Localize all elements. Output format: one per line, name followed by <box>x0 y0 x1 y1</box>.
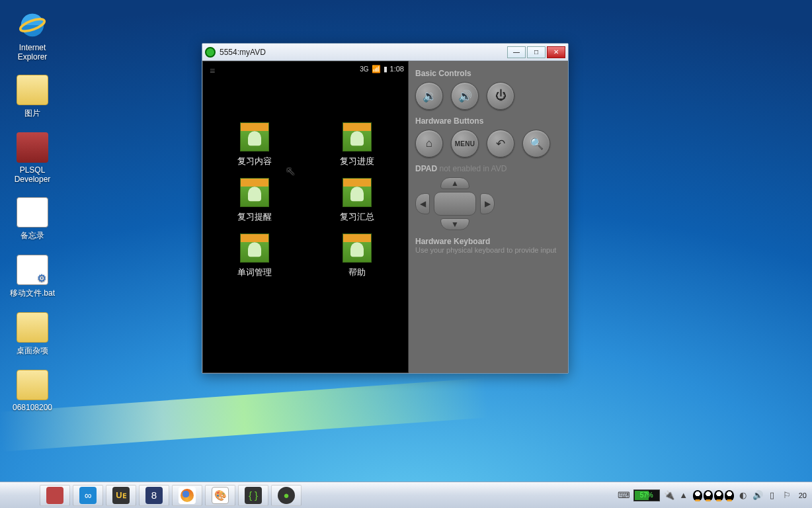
hamburger-icon[interactable]: ≡ <box>210 65 215 76</box>
tray-misc-icon[interactable]: ◐ <box>738 490 749 501</box>
sync-icon: ∞ <box>79 487 97 504</box>
ue-icon: Uᴇ <box>112 487 130 504</box>
qq-tray-icons[interactable] <box>693 490 734 501</box>
hardware-keyboard-sub: Use your physical keyboard to provide in… <box>415 246 561 254</box>
back-button[interactable]: ↶ <box>487 130 514 157</box>
app-review-content[interactable]: 复习内容 <box>216 122 292 167</box>
hardware-buttons-heading: Hardware Buttons <box>415 116 561 126</box>
android-app-icon <box>343 122 372 151</box>
emulator-control-panel: Basic Controls 🔉 🔊 ⏻ Hardware Buttons ⌂ … <box>409 61 568 373</box>
desktop-icon-bat[interactable]: 移动文件.bat <box>7 255 58 299</box>
taskbar-paint[interactable]: 🎨 <box>205 485 235 506</box>
dpad-up[interactable]: ▲ <box>440 177 469 189</box>
taskbar-apps: ∞ Uᴇ 8 🎨 { } ● <box>0 485 302 506</box>
taskbar-firefox[interactable] <box>172 485 202 506</box>
tray-misc-icon[interactable]: ▯ <box>767 490 778 501</box>
qq-icon[interactable] <box>693 490 702 501</box>
taskbar-ultraedit[interactable]: Uᴇ <box>106 485 136 506</box>
desktop-icon-label: 移动文件.bat <box>7 288 58 299</box>
system-tray: ⌨ 57% 🔌 ▲ ◐ 🔊 ▯ ⚐ 20 <box>619 489 812 501</box>
window-titlebar[interactable]: 5554:myAVD — □ ✕ <box>202 44 568 61</box>
android-app-icon <box>343 178 372 207</box>
folder-icon <box>17 75 48 105</box>
android-app-icon <box>343 233 372 263</box>
dpad-heading: DPAD not enabled in AVD <box>415 164 561 173</box>
maximize-button[interactable]: □ <box>527 46 546 58</box>
folder-icon <box>17 370 48 400</box>
minimize-button[interactable]: — <box>507 46 526 58</box>
dpad-right[interactable]: ▶ <box>480 193 495 214</box>
taskbar: ∞ Uᴇ 8 🎨 { } ● ⌨ 57% 🔌 ▲ ◐ 🔊 ▯ ⚐ 20 <box>0 482 812 508</box>
taskbar-ide[interactable]: { } <box>238 485 268 506</box>
qq-icon[interactable] <box>704 490 713 501</box>
android-app-icon <box>240 122 269 151</box>
app-word-manage[interactable]: 单词管理 <box>216 233 292 278</box>
volume-down-button[interactable]: 🔉 <box>415 82 443 110</box>
desktop-icon-label: PLSQL Developer <box>7 165 58 184</box>
desktop-icon-label: Internet Explorer <box>7 43 58 62</box>
menu-button[interactable]: MENU <box>451 130 479 157</box>
keyboard-icon[interactable]: ⌨ <box>619 490 629 501</box>
power-button[interactable]: ⏻ <box>487 82 514 110</box>
desktop-icon-misc[interactable]: 桌面杂项 <box>7 312 58 357</box>
desktop-icon-label: 桌面杂项 <box>7 345 58 357</box>
plug-icon: 🔌 <box>664 490 674 501</box>
taskbar-sync[interactable]: ∞ <box>73 485 103 506</box>
desktop-icon-memo[interactable]: 备忘录 <box>7 197 58 241</box>
android-app-icon <box>240 233 269 263</box>
taskbar-plsql[interactable] <box>40 485 70 506</box>
battery-icon: ▮ <box>384 65 387 73</box>
bat-file-icon <box>17 255 48 285</box>
android-screen[interactable]: ≡ 3G 📶 ▮ 1:08 复习内容 复习进度 复习提醒 复习汇总 单词管理 帮… <box>202 61 409 373</box>
app-review-summary[interactable]: 复习汇总 <box>319 178 395 223</box>
qq-icon[interactable] <box>725 490 734 501</box>
desktop-icon-label: 备忘录 <box>7 230 58 241</box>
dpad: ▲ ▼ ◀ ▶ <box>415 177 495 230</box>
folder-icon <box>17 312 48 343</box>
qq-icon[interactable] <box>714 490 723 501</box>
desktop-icon-plsql[interactable]: PLSQL Developer <box>7 132 58 184</box>
flag-icon[interactable]: ⚐ <box>782 490 792 501</box>
plsql-icon <box>17 132 48 163</box>
braces-icon: { } <box>245 487 262 504</box>
emulator-window: 5554:myAVD — □ ✕ ≡ 3G 📶 ▮ 1:08 复习内容 复习进度… <box>202 43 569 374</box>
ie-icon <box>17 10 48 40</box>
android-statusbar: 3G 📶 ▮ 1:08 <box>203 62 408 76</box>
volume-icon[interactable]: 🔊 <box>752 490 763 501</box>
android-icon: ● <box>278 487 295 504</box>
app-review-reminder[interactable]: 复习提醒 <box>216 178 292 223</box>
basic-controls-heading: Basic Controls <box>415 69 561 78</box>
search-button[interactable]: 🔍 <box>522 130 550 157</box>
battery-indicator[interactable]: 57% <box>633 489 660 501</box>
eight-icon: 8 <box>145 487 163 504</box>
dpad-center[interactable] <box>434 192 476 216</box>
dpad-left[interactable]: ◀ <box>415 193 430 214</box>
note-icon <box>17 197 48 228</box>
volume-up-button[interactable]: 🔊 <box>451 82 479 110</box>
paint-icon: 🎨 <box>212 487 229 504</box>
desktop-icon-pictures[interactable]: 图片 <box>7 75 58 119</box>
app-review-progress[interactable]: 复习进度 <box>319 122 395 167</box>
close-button[interactable]: ✕ <box>547 46 565 58</box>
database-icon <box>46 487 63 504</box>
clock-partial[interactable]: 20 <box>799 491 807 499</box>
home-button[interactable]: ⌂ <box>415 130 443 157</box>
android-emulator-icon <box>205 47 216 58</box>
window-title: 5554:myAVD <box>220 48 507 57</box>
firefox-icon <box>179 487 196 504</box>
tray-chevron[interactable]: ▲ <box>678 490 689 501</box>
network-indicator: 3G <box>360 65 368 73</box>
app-help[interactable]: 帮助 <box>319 233 395 278</box>
desktop-icon-numfolder[interactable]: 068108200 <box>7 370 58 412</box>
app-grid: 复习内容 复习进度 复习提醒 复习汇总 单词管理 帮助 <box>203 76 408 278</box>
desktop-icons: Internet Explorer 图片 PLSQL Developer 备忘录… <box>7 10 66 425</box>
signal-icon: 📶 <box>372 65 381 73</box>
android-app-icon <box>240 178 269 207</box>
taskbar-eight[interactable]: 8 <box>139 485 169 506</box>
desktop-icon-ie[interactable]: Internet Explorer <box>7 10 58 62</box>
desktop-icon-label: 图片 <box>7 108 58 119</box>
taskbar-android-emu[interactable]: ● <box>271 485 302 506</box>
hardware-keyboard-heading: Hardware Keyboard <box>415 237 561 246</box>
desktop-icon-label: 068108200 <box>7 403 58 412</box>
dpad-down[interactable]: ▼ <box>440 218 469 230</box>
